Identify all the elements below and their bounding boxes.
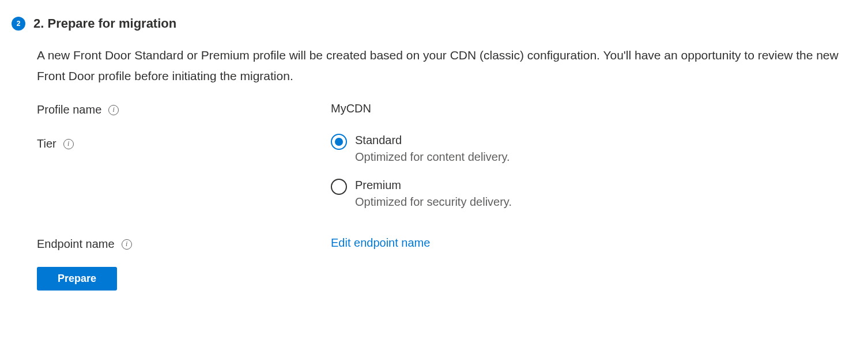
section-description: A new Front Door Standard or Premium pro… — [37, 45, 853, 86]
tier-option-label: Premium — [355, 179, 512, 192]
tier-option-standard[interactable]: Standard Optimized for content delivery. — [331, 134, 512, 164]
tier-radio-group: Standard Optimized for content delivery.… — [331, 134, 512, 209]
tier-option-description: Optimized for security delivery. — [355, 195, 512, 209]
tier-label: Tier — [37, 137, 56, 150]
radio-icon — [331, 179, 347, 195]
profile-name-label: Profile name — [37, 103, 101, 116]
section-title: 2. Prepare for migration — [33, 16, 176, 31]
tier-option-description: Optimized for content delivery. — [355, 150, 510, 164]
prepare-button[interactable]: Prepare — [37, 267, 117, 291]
tier-option-label: Standard — [355, 134, 510, 147]
radio-icon — [331, 134, 347, 150]
profile-name-value: MyCDN — [331, 102, 371, 115]
info-icon[interactable]: i — [122, 239, 132, 250]
info-icon[interactable]: i — [108, 105, 119, 115]
tier-option-premium[interactable]: Premium Optimized for security delivery. — [331, 179, 512, 209]
info-icon[interactable]: i — [63, 139, 74, 149]
endpoint-name-label: Endpoint name — [37, 237, 115, 251]
step-number-badge: 2 — [12, 17, 25, 31]
edit-endpoint-name-link[interactable]: Edit endpoint name — [331, 236, 430, 249]
